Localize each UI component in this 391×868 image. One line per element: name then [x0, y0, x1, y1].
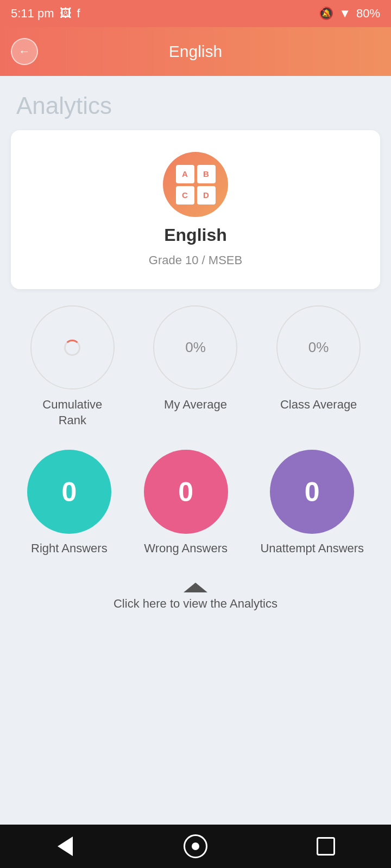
- stats-row: CumulativeRank 0% My Average 0% Class Av…: [11, 300, 380, 433]
- home-nav-icon: [184, 834, 207, 858]
- cumulative-rank-label: CumulativeRank: [42, 397, 102, 428]
- grid-cell-a: A: [176, 165, 194, 183]
- bottom-nav: [0, 825, 391, 868]
- mute-icon: 🔕: [319, 7, 333, 21]
- wrong-answers-circle: 0: [144, 450, 228, 534]
- view-analytics-button[interactable]: Click here to view the Analytics: [11, 572, 380, 622]
- grid-cell-c: C: [176, 186, 194, 205]
- back-button[interactable]: ←: [11, 38, 38, 65]
- subject-name: English: [164, 225, 227, 245]
- my-average-value: 0%: [185, 339, 206, 356]
- right-answers-circle: 0: [27, 450, 111, 534]
- subject-grade: Grade 10 / MSEB: [149, 253, 242, 267]
- header-title: English: [169, 42, 222, 61]
- grid-cell-b: B: [197, 165, 216, 183]
- cumulative-rank-circle: [30, 305, 115, 390]
- wrong-answers-label: Wrong Answers: [144, 541, 228, 556]
- recent-nav-button[interactable]: [310, 830, 342, 863]
- time: 5:11 pm: [11, 7, 54, 21]
- answer-wrong: 0 Wrong Answers: [144, 450, 228, 556]
- class-average-value: 0%: [308, 339, 329, 356]
- my-average-label: My Average: [164, 397, 227, 413]
- status-right: 🔕 ▼ 80%: [319, 7, 380, 21]
- class-average-circle: 0%: [276, 305, 361, 390]
- status-bar: 5:11 pm 🖼 f 🔕 ▼ 80%: [0, 0, 391, 27]
- chevron-up-icon: [184, 583, 207, 592]
- header: ← English: [0, 27, 391, 76]
- stat-class-average: 0% Class Average: [276, 305, 361, 413]
- my-average-circle: 0%: [153, 305, 237, 390]
- unattempt-answers-circle: 0: [270, 450, 354, 534]
- home-nav-inner: [192, 843, 199, 850]
- class-average-label: Class Average: [280, 397, 357, 413]
- stat-cumulative-rank: CumulativeRank: [30, 305, 115, 428]
- status-left: 5:11 pm 🖼 f: [11, 7, 80, 21]
- answer-right: 0 Right Answers: [27, 450, 111, 556]
- grid-cell-d: D: [197, 186, 216, 205]
- battery: 80%: [356, 7, 380, 21]
- stat-my-average: 0% My Average: [153, 305, 237, 413]
- wifi-icon: ▼: [339, 7, 351, 21]
- right-answers-label: Right Answers: [31, 541, 108, 556]
- view-analytics-text: Click here to view the Analytics: [113, 597, 278, 611]
- answers-row: 0 Right Answers 0 Wrong Answers 0 Unatte…: [11, 444, 380, 561]
- loading-spinner: [64, 340, 80, 356]
- content: Analytics A B C D English Grade 10 / MSE…: [0, 76, 391, 825]
- unattempt-answers-value: 0: [305, 476, 320, 508]
- analytics-heading: Analytics: [16, 92, 380, 119]
- right-answers-value: 0: [61, 476, 77, 508]
- back-nav-button[interactable]: [49, 830, 81, 863]
- wrong-answers-value: 0: [178, 476, 193, 508]
- answer-unattempt: 0 Unattempt Answers: [260, 450, 364, 556]
- unattempt-answers-label: Unattempt Answers: [260, 541, 364, 556]
- home-nav-button[interactable]: [179, 830, 212, 863]
- subject-card: A B C D English Grade 10 / MSEB: [11, 130, 380, 289]
- recent-nav-icon: [317, 837, 335, 856]
- facebook-icon: f: [77, 7, 80, 21]
- subject-icon-grid: A B C D: [171, 159, 221, 210]
- subject-icon-circle: A B C D: [163, 152, 228, 217]
- screenshot-icon: 🖼: [60, 7, 72, 21]
- back-nav-icon: [58, 837, 73, 856]
